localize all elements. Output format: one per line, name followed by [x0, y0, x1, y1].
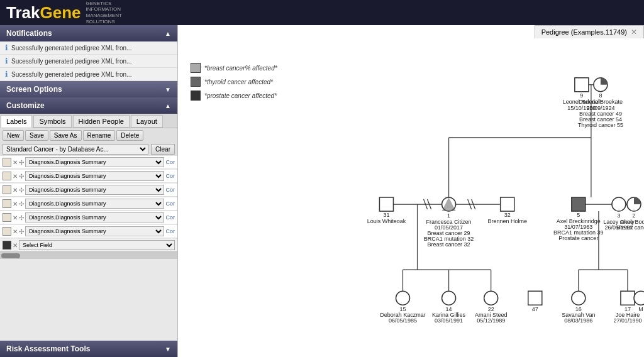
diagnosis-row-1: ✕ ✣ Diagnosis.Diagnosis Summary Cor	[0, 156, 177, 169]
pedigree-svg[interactable]: .person-label { font-size: 9px; text-anc…	[178, 25, 644, 357]
clear-button[interactable]: Clear	[151, 144, 175, 155]
save-button[interactable]: Save	[25, 130, 48, 141]
risk-assessment-header[interactable]: Risk Assessment Tools ▼	[0, 341, 177, 357]
notification-text-3: Sucessfully generated pedigree XML fron.…	[11, 71, 131, 78]
diag-handle-4[interactable]: ✣	[19, 200, 24, 207]
diag-select-3[interactable]: Diagnosis.Diagnosis Summary	[25, 185, 164, 195]
diag-x-sf[interactable]: ✕	[13, 242, 18, 249]
diag-config-6[interactable]: Cor	[165, 228, 175, 234]
svg-text:5: 5	[577, 212, 580, 218]
delete-button[interactable]: Delete	[116, 130, 143, 141]
diag-handle-5[interactable]: ✣	[19, 214, 24, 221]
tab-hidden-people[interactable]: Hidden People	[73, 115, 130, 128]
logo-gene: Gene	[40, 3, 81, 22]
diag-color-3	[3, 185, 11, 194]
person-16[interactable]	[572, 291, 586, 305]
svg-text:08/03/1986: 08/03/1986	[564, 317, 592, 324]
diagnosis-row-4: ✕ ✣ Diagnosis.Diagnosis Summary Cor	[0, 197, 177, 211]
risk-assessment-arrow: ▼	[165, 346, 171, 353]
svg-text:M: M	[638, 306, 643, 312]
diag-select-4[interactable]: Diagnosis.Diagnosis Summary	[25, 199, 164, 209]
diag-config-2[interactable]: Cor	[165, 173, 175, 179]
diag-handle-3[interactable]: ✣	[19, 187, 24, 194]
notification-item-3: ℹ Sucessfully generated pedigree XML fro…	[0, 68, 177, 81]
left-panel: Expand Panel Notifications ▲ ℹ Sucessful…	[0, 25, 178, 357]
person-3[interactable]	[612, 197, 626, 211]
person-9[interactable]	[575, 78, 589, 92]
diag-x-2[interactable]: ✕	[13, 173, 18, 180]
customize-header[interactable]: Customize ▲	[0, 97, 177, 114]
diag-config-3[interactable]: Cor	[165, 187, 175, 193]
tab-labels[interactable]: Labels	[1, 115, 32, 128]
notifications-section: Notifications ▲ ℹ Sucessfully generated …	[0, 25, 177, 81]
diag-select-1[interactable]: Diagnosis.Diagnosis Summary	[25, 157, 164, 167]
diagnosis-row-2: ✕ ✣ Diagnosis.Diagnosis Summary Cor	[0, 170, 177, 183]
app-logo: TrakGene	[6, 3, 81, 23]
diagnosis-row-6: ✕ ✣ Diagnosis.Diagnosis Summary Cor	[0, 225, 177, 238]
diag-config-1[interactable]: Cor	[165, 159, 175, 165]
svg-text:2: 2	[632, 212, 635, 219]
svg-text:47: 47	[532, 306, 538, 312]
person-17[interactable]	[621, 291, 635, 305]
diag-handle-6[interactable]: ✣	[19, 228, 24, 235]
save-as-button[interactable]: Save As	[50, 130, 82, 141]
person-22[interactable]	[484, 291, 498, 305]
person-31[interactable]	[379, 197, 393, 211]
select-field-box	[3, 241, 11, 250]
diag-color-6	[3, 227, 11, 236]
diag-config-4[interactable]: Cor	[165, 200, 175, 207]
select-field-row: ✕ Select Field	[0, 239, 177, 251]
svg-text:03/05/1991: 03/05/1991	[435, 317, 463, 324]
person-47[interactable]	[528, 291, 542, 305]
diag-config-5[interactable]: Cor	[165, 214, 175, 221]
person-5[interactable]	[572, 197, 586, 211]
info-icon-1: ℹ	[5, 43, 8, 52]
diag-handle-1[interactable]: ✣	[19, 159, 24, 166]
db-selector-row: Standard Cancer - by Database Ac... Clea…	[0, 143, 177, 156]
person-m[interactable]	[634, 291, 644, 305]
svg-text:31: 31	[383, 212, 389, 218]
diag-select-5[interactable]: Diagnosis.Diagnosis Summary	[25, 212, 164, 222]
notifications-arrow: ▲	[165, 30, 171, 37]
logo-trak: Trak	[6, 3, 40, 22]
notification-item-1: ℹ Sucessfully generated pedigree XML fro…	[0, 41, 177, 55]
new-button[interactable]: New	[3, 130, 24, 141]
person-14[interactable]	[442, 291, 456, 305]
diag-x-6[interactable]: ✕	[13, 228, 18, 235]
person-15[interactable]	[396, 291, 409, 305]
tab-layout[interactable]: Layout	[131, 115, 163, 128]
logo-subtitle: GENETICS INFORMATION MANAGEMENT SOLUTION…	[86, 1, 122, 25]
diag-x-3[interactable]: ✕	[13, 187, 18, 194]
svg-text:Brennen Holme: Brennen Holme	[487, 218, 527, 224]
svg-text:Prostate cancer: Prostate cancer	[558, 235, 598, 241]
svg-text:Thyroid cancer 55: Thyroid cancer 55	[578, 122, 623, 128]
customize-tabs: Labels Symbols Hidden People Layout	[0, 114, 177, 128]
person-32[interactable]	[501, 197, 514, 211]
diag-x-4[interactable]: ✕	[13, 200, 18, 207]
notifications-header[interactable]: Notifications ▲	[0, 25, 177, 41]
screen-options-title: Screen Options	[6, 85, 62, 94]
rename-button[interactable]: Rename	[83, 130, 116, 141]
horizontal-scrollbar[interactable]	[0, 251, 177, 259]
diag-select-6[interactable]: Diagnosis.Diagnosis Summary	[25, 226, 164, 236]
customize-arrow: ▲	[165, 102, 171, 109]
diag-color-4	[3, 199, 11, 208]
diag-handle-2[interactable]: ✣	[19, 173, 24, 180]
tab-symbols[interactable]: Symbols	[33, 115, 71, 128]
screen-options-header[interactable]: Screen Options ▼	[0, 81, 177, 97]
svg-text:05/12/1989: 05/12/1989	[477, 317, 505, 324]
risk-assessment-section: Risk Assessment Tools ▼	[0, 341, 177, 357]
db-select[interactable]: Standard Cancer - by Database Ac...	[3, 144, 148, 155]
diag-color-1	[3, 158, 11, 167]
diag-select-2[interactable]: Diagnosis.Diagnosis Summary	[25, 171, 164, 181]
diagnosis-row-5: ✕ ✣ Diagnosis.Diagnosis Summary Cor	[0, 211, 177, 224]
svg-text:9: 9	[580, 92, 583, 99]
diag-x-1[interactable]: ✕	[13, 159, 18, 166]
diag-x-5[interactable]: ✕	[13, 214, 18, 221]
select-field-dropdown[interactable]: Select Field	[19, 240, 175, 250]
scrollbar-thumb[interactable]	[1, 253, 20, 258]
svg-text:06/05/1985: 06/05/1985	[389, 317, 417, 324]
main-layout: Expand Panel Notifications ▲ ℹ Sucessful…	[0, 25, 644, 357]
svg-text:Breast cancer: Breast cancer	[616, 224, 644, 231]
svg-text:8: 8	[599, 92, 602, 99]
